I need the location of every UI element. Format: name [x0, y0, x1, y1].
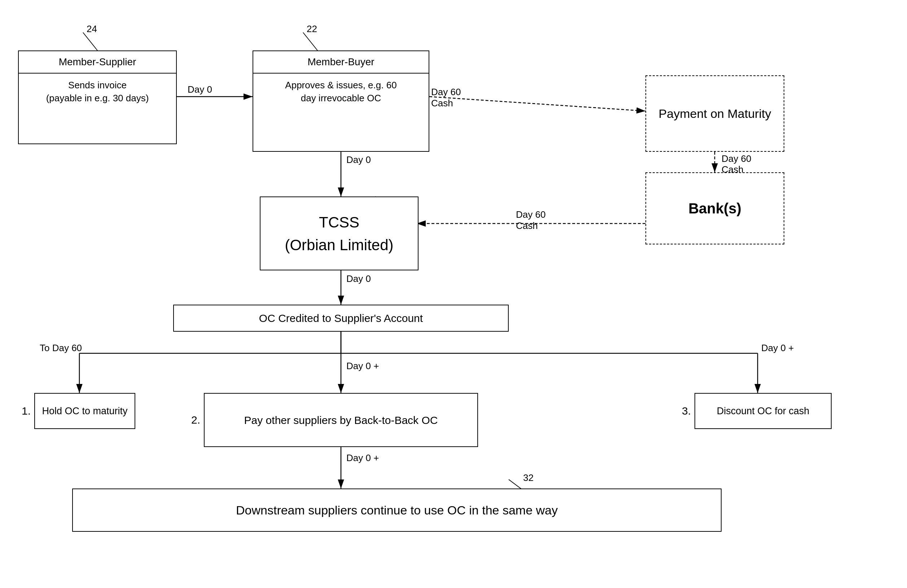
discount-oc-group: 3. Discount OC for cash [682, 393, 832, 429]
member-supplier-box: Member-Supplier Sends invoice(payable in… [18, 51, 177, 144]
pay-suppliers-num: 2. [191, 414, 200, 426]
pay-suppliers-box: Pay other suppliers by Back-to-Back OC [204, 393, 478, 447]
hold-oc-label: Hold OC to maturity [39, 403, 130, 420]
tcss-label: TCSS(Orbian Limited) [285, 211, 393, 256]
banks-box: Bank(s) [646, 173, 784, 244]
member-supplier-sublabel: Sends invoice(payable in e.g. 30 days) [19, 74, 176, 110]
label-day60-pom-banks-right: Day 60 [721, 153, 751, 165]
member-buyer-label: Member-Buyer [253, 51, 429, 74]
tcss-box: TCSS(Orbian Limited) [260, 197, 418, 270]
svg-line-15 [83, 32, 98, 51]
label-to-day60: To Day 60 [40, 342, 82, 354]
label-day60-cash-pom: Day 60Cash [431, 86, 461, 109]
hold-oc-num: 1. [22, 405, 30, 417]
label-day60-banks-tcss: Day 60Cash [516, 209, 545, 232]
oc-credited-label: OC Credited to Supplier's Account [259, 312, 423, 324]
banks-label: Bank(s) [688, 200, 741, 217]
svg-line-3 [429, 97, 646, 111]
ref-22: 22 [307, 24, 317, 35]
label-day0-supplier-buyer: Day 0 [187, 84, 212, 95]
pay-suppliers-label: Pay other suppliers by Back-to-Back OC [240, 409, 442, 432]
downstream-label: Downstream suppliers continue to use OC … [236, 503, 558, 517]
hold-oc-group: 1. Hold OC to maturity [22, 393, 135, 429]
label-day0plus-downstream: Day 0 + [346, 452, 379, 463]
member-buyer-sublabel: Approves & issues, e.g. 60day irrevocabl… [253, 74, 429, 110]
pay-suppliers-group: 2. Pay other suppliers by Back-to-Back O… [191, 393, 478, 447]
svg-line-16 [303, 32, 317, 51]
label-day0plus-right: Day 0 + [761, 342, 794, 354]
label-day0-tcss-credited: Day 0 [346, 273, 371, 284]
ref-24: 24 [87, 24, 97, 35]
payment-on-maturity-box: Payment on Maturity [646, 75, 784, 152]
downstream-box: Downstream suppliers continue to use OC … [72, 489, 721, 532]
payment-on-maturity-label: Payment on Maturity [659, 105, 771, 123]
member-supplier-label: Member-Supplier [19, 51, 176, 74]
diagram: 24 22 10 32 Member-Supplier Sends invoic… [0, 0, 907, 588]
discount-oc-label: Discount OC for cash [714, 403, 812, 420]
ref-32: 32 [523, 472, 534, 483]
discount-oc-box: Discount OC for cash [694, 393, 832, 429]
oc-credited-box: OC Credited to Supplier's Account [173, 305, 509, 332]
label-day0plus-center: Day 0 + [346, 361, 379, 372]
member-buyer-box: Member-Buyer Approves & issues, e.g. 60d… [253, 51, 429, 152]
label-day0-buyer-tcss: Day 0 [346, 154, 371, 166]
discount-oc-num: 3. [682, 405, 691, 417]
hold-oc-box: Hold OC to maturity [34, 393, 135, 429]
